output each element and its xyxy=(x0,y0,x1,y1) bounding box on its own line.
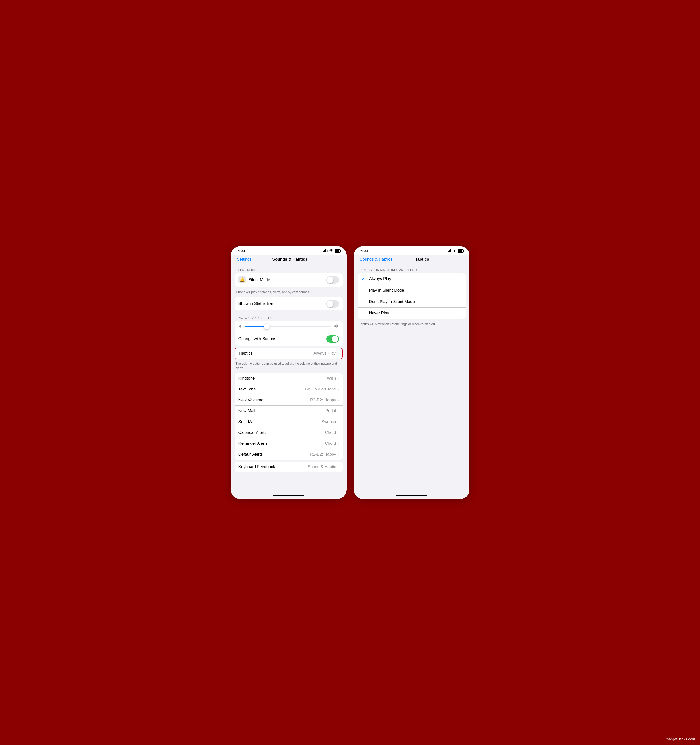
battery-icon-right xyxy=(458,250,464,253)
nav-title-right: Haptics xyxy=(392,257,451,262)
watermark: GadgetHacks.com xyxy=(666,737,695,741)
content-left: SILENT MODE 🔔 Silent Mode iPhone will pl… xyxy=(231,265,346,493)
silent-mode-note: iPhone will play ringtones, alerts, and … xyxy=(231,289,346,297)
keyboard-feedback-chevron: › xyxy=(337,465,339,469)
calendar-alerts-chevron: › xyxy=(337,431,339,435)
default-alerts-value: R2-D2: Happy xyxy=(310,452,336,457)
status-time-left: 09:41 xyxy=(237,249,246,253)
status-time-right: 09:41 xyxy=(360,249,369,253)
ringtone-value: Wish xyxy=(327,376,336,381)
chevron-left-icon: ‹ xyxy=(235,257,236,262)
ringtone-chevron: › xyxy=(337,377,339,380)
silent-mode-group: 🔔 Silent Mode xyxy=(235,273,343,287)
tone-rows-group: Ringtone Wish › Text Tone Go Go Alert To… xyxy=(235,373,343,460)
reminder-alerts-row[interactable]: Reminder Alerts Chord › xyxy=(235,438,343,449)
svg-point-0 xyxy=(454,251,454,252)
bell-icon: 🔔 xyxy=(238,276,246,283)
status-bar-right: 09:41 xyxy=(354,246,469,255)
silent-mode-label: Silent Mode xyxy=(249,277,327,282)
calendar-alerts-label: Calendar Alerts xyxy=(238,430,325,435)
show-status-bar-row[interactable]: Show in Status Bar xyxy=(235,297,343,310)
reminder-alerts-label: Reminder Alerts xyxy=(238,441,325,446)
volume-slider-track[interactable] xyxy=(245,326,331,327)
haptics-highlighted-group: Haptics Always Play › xyxy=(235,347,343,359)
haptics-never-play-row[interactable]: Never Play xyxy=(358,308,466,319)
status-bar-left: 09:41  xyxy=(231,246,346,255)
haptics-no-silent-mode-row[interactable]: Don't Play in Silent Mode xyxy=(358,296,466,308)
volume-slider-fill xyxy=(245,326,267,327)
silent-mode-row[interactable]: 🔔 Silent Mode xyxy=(235,273,343,287)
haptics-silent-mode-row[interactable]: Play in Silent Mode xyxy=(358,285,466,296)
new-voicemail-row[interactable]: New Voicemail R2-D2: Happy › xyxy=(235,395,343,405)
back-label-left: Settings xyxy=(237,257,252,262)
haptics-note: Haptics will play when iPhone rings or r… xyxy=(354,320,469,329)
sent-mail-row[interactable]: Sent Mail Swoosh › xyxy=(235,416,343,427)
battery-icon xyxy=(335,250,341,253)
haptics-value: Always Play xyxy=(313,351,336,356)
haptics-options-group: ✓ Always Play Play in Silent Mode Don't … xyxy=(358,273,466,319)
reminder-alerts-chevron: › xyxy=(337,441,339,446)
new-mail-label: New Mail xyxy=(238,408,325,413)
volume-low-icon xyxy=(238,324,243,329)
no-silent-label: Don't Play in Silent Mode xyxy=(369,299,415,304)
wifi-icon-right xyxy=(453,249,456,253)
default-alerts-row[interactable]: Default Alerts R2-D2: Happy › xyxy=(235,449,343,460)
keyboard-feedback-value: Sound & Haptic xyxy=(308,464,336,469)
silent-mode-section-label: SILENT MODE xyxy=(231,265,346,273)
right-phone: 09:41 xyxy=(354,246,469,499)
volume-note: The volume buttons can be used to adjust… xyxy=(231,360,346,373)
calendar-alerts-row[interactable]: Calendar Alerts Chord › xyxy=(235,427,343,438)
change-with-buttons-label: Change with Buttons xyxy=(238,337,327,341)
new-voicemail-label: New Voicemail xyxy=(238,398,310,402)
volume-high-icon xyxy=(333,324,339,329)
show-status-bar-group: Show in Status Bar xyxy=(235,297,343,310)
status-icons-right xyxy=(447,249,464,253)
volume-slider-row[interactable] xyxy=(235,321,343,332)
show-status-bar-toggle[interactable] xyxy=(327,300,339,308)
ringtone-section-label: RINGTONE AND ALERTS xyxy=(231,313,346,321)
back-button-left[interactable]: ‹ Settings xyxy=(235,257,252,262)
home-indicator-right xyxy=(396,495,427,496)
silent-mode-toggle[interactable] xyxy=(327,276,339,284)
signal-icon-right xyxy=(447,250,451,252)
haptics-always-play-row[interactable]: ✓ Always Play xyxy=(358,273,466,285)
change-with-buttons-toggle[interactable] xyxy=(327,335,339,343)
default-alerts-chevron: › xyxy=(337,452,339,456)
wifi-icon:  xyxy=(327,249,333,253)
sent-mail-label: Sent Mail xyxy=(238,419,322,424)
haptics-label: Haptics xyxy=(239,351,314,356)
new-voicemail-chevron: › xyxy=(337,398,339,402)
keyboard-feedback-row[interactable]: Keyboard Feedback Sound & Haptic › xyxy=(235,462,343,472)
sent-mail-value: Swoosh xyxy=(321,419,336,424)
left-phone: 09:41  xyxy=(231,246,346,499)
sent-mail-chevron: › xyxy=(337,420,339,424)
show-status-bar-label: Show in Status Bar xyxy=(238,301,327,306)
change-with-buttons-row[interactable]: Change with Buttons xyxy=(235,332,343,346)
reminder-alerts-value: Chord xyxy=(325,441,336,446)
content-right: HAPTICS FOR RINGTONES AND ALERTS ✓ Alway… xyxy=(354,265,469,493)
new-mail-chevron: › xyxy=(337,409,339,413)
ringtone-row[interactable]: Ringtone Wish › xyxy=(235,373,343,384)
haptics-chevron: › xyxy=(337,352,338,355)
nav-bar-left: ‹ Settings Sounds & Haptics xyxy=(231,255,346,265)
volume-slider-thumb[interactable] xyxy=(264,324,270,329)
calendar-alerts-value: Chord xyxy=(325,430,336,435)
text-tone-value: Go Go Alert Tone xyxy=(305,387,336,392)
nav-bar-right: ‹ Sounds & Haptics Haptics xyxy=(354,255,469,265)
text-tone-row[interactable]: Text Tone Go Go Alert Tone › xyxy=(235,384,343,395)
new-voicemail-value: R2-D2: Happy xyxy=(310,398,336,402)
ringtone-label: Ringtone xyxy=(238,376,327,381)
new-mail-row[interactable]: New Mail Portal › xyxy=(235,405,343,416)
back-label-right: Sounds & Haptics xyxy=(360,257,392,262)
chevron-left-icon-right: ‹ xyxy=(358,257,359,262)
back-button-right[interactable]: ‹ Sounds & Haptics xyxy=(358,257,393,262)
never-play-label: Never Play xyxy=(369,311,389,316)
ringtone-alerts-group: Change with Buttons xyxy=(235,321,343,346)
haptics-section-label: HAPTICS FOR RINGTONES AND ALERTS xyxy=(354,265,469,273)
haptics-row[interactable]: Haptics Always Play › xyxy=(235,348,342,359)
home-indicator-left xyxy=(273,495,304,496)
nav-title-left: Sounds & Haptics xyxy=(252,257,328,262)
text-tone-chevron: › xyxy=(337,387,339,391)
checkmark-icon: ✓ xyxy=(361,277,367,281)
always-play-label: Always Play xyxy=(369,277,391,281)
